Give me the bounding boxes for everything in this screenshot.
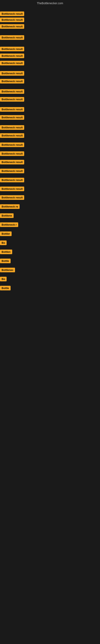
bottleneck-result-badge[interactable]: Bottleneck re xyxy=(0,204,20,209)
bottleneck-result-badge[interactable]: Bottleneck result xyxy=(0,97,24,102)
bottleneck-badge-row: Bottleneck result xyxy=(0,89,24,94)
bottleneck-badge-row: Bottleneck result xyxy=(0,160,24,165)
bottleneck-badge-row: Bottle xyxy=(0,286,11,291)
bottleneck-badge-row: Bottleneck result xyxy=(0,115,24,120)
bottleneck-badge-row: Bottler xyxy=(0,232,12,237)
bottleneck-result-badge[interactable]: Bottle xyxy=(0,258,11,263)
bottleneck-result-badge[interactable]: Bo xyxy=(0,240,7,245)
bottleneck-badge-row: Bo xyxy=(0,277,7,282)
bottleneck-badge-row: Bottleneck result xyxy=(0,142,24,148)
bottleneck-result-badge[interactable]: Bottleneck result xyxy=(0,151,24,156)
bottleneck-badge-row: Bottleneck result xyxy=(0,169,24,174)
bottleneck-badge-row: Bottleneck result xyxy=(0,61,24,66)
bottleneck-badge-row: Bottlene xyxy=(0,213,14,219)
bottleneck-result-badge[interactable]: Bottleneck result xyxy=(0,160,24,164)
bottleneck-badge-row: Bottleneck result xyxy=(0,178,24,183)
bottleneck-result-badge[interactable]: Bottleneck result xyxy=(0,35,24,40)
bottleneck-result-badge[interactable]: Bottlenec xyxy=(0,268,15,272)
bottleneck-badge-row: Bottleneck result xyxy=(0,54,24,59)
bottleneck-badge-row: Bottlenec xyxy=(0,268,15,273)
bottleneck-result-badge[interactable]: Bottleneck result xyxy=(0,71,24,76)
bottleneck-result-badge[interactable]: Bottleneck result xyxy=(0,61,24,66)
bottleneck-badge-row: Bo xyxy=(0,240,7,246)
bottleneck-result-badge[interactable]: Bottleneck result xyxy=(0,47,24,51)
bottleneck-badge-row: Bottleneck result xyxy=(0,97,24,102)
bottleneck-badge-row: Bottleneck result xyxy=(0,24,24,30)
bottleneck-result-badge[interactable]: Bottler xyxy=(0,232,12,236)
bottleneck-badge-row: Bottleneck re xyxy=(0,204,20,210)
bottleneck-result-badge[interactable]: Bottleneck result xyxy=(0,186,24,191)
bottleneck-badge-row: Bottleneck result xyxy=(0,47,24,52)
bottleneck-result-badge[interactable]: Bottleneck result xyxy=(0,18,24,22)
bottleneck-result-badge[interactable]: Bottlen xyxy=(0,250,12,254)
bottleneck-badge-row: Bottleneck result xyxy=(0,12,24,17)
bottleneck-badge-row: Bottleneck result xyxy=(0,125,24,130)
bottleneck-result-badge[interactable]: Bottleneck result xyxy=(0,24,24,29)
bottleneck-badge-row: Bottleneck result xyxy=(0,18,24,23)
site-title: TheBottlenecker.com xyxy=(0,0,100,6)
bottleneck-result-badge[interactable]: Bottleneck result xyxy=(0,79,24,84)
bottleneck-result-badge[interactable]: Bottleneck result xyxy=(0,115,24,120)
bottleneck-badge-row: Bottleneck result xyxy=(0,151,24,157)
bottleneck-badge-row: Bottleneck result xyxy=(0,79,24,84)
bottleneck-badge-row: Bottle xyxy=(0,258,11,264)
bottleneck-result-badge[interactable]: Bottle xyxy=(0,286,11,290)
bottleneck-result-badge[interactable]: Bottleneck result xyxy=(0,133,24,138)
bottleneck-result-badge[interactable]: Bottleneck result xyxy=(0,125,24,130)
bottleneck-badge-row: Bottlen xyxy=(0,250,12,255)
bottleneck-badge-row: Bottleneck result xyxy=(0,71,24,76)
bottleneck-result-badge[interactable]: Bottleneck result xyxy=(0,107,24,112)
bottleneck-result-badge[interactable]: Bottleneck result xyxy=(0,142,24,147)
bottleneck-badge-row: Bottleneck result xyxy=(0,107,24,112)
bottleneck-result-badge[interactable]: Bottleneck result xyxy=(0,195,24,200)
bottleneck-result-badge[interactable]: Bottleneck result xyxy=(0,54,24,58)
bottleneck-badge-row: Bottleneck result xyxy=(0,186,24,192)
bottleneck-result-badge[interactable]: Bottleneck result xyxy=(0,169,24,173)
bottleneck-badge-row: Bottleneck result xyxy=(0,35,24,41)
bottleneck-result-badge[interactable]: Bo xyxy=(0,277,7,281)
bottleneck-result-badge[interactable]: Bottleneck result xyxy=(0,178,24,182)
bottleneck-badge-row: Bottleneck r xyxy=(0,222,18,228)
bottleneck-result-badge[interactable]: Bottleneck result xyxy=(0,12,24,16)
bottleneck-result-badge[interactable]: Bottlene xyxy=(0,213,14,218)
bottleneck-result-badge[interactable]: Bottleneck result xyxy=(0,89,24,94)
bottleneck-result-badge[interactable]: Bottleneck r xyxy=(0,222,18,227)
bottleneck-badge-row: Bottleneck result xyxy=(0,195,24,201)
bottleneck-badge-row: Bottleneck result xyxy=(0,133,24,139)
